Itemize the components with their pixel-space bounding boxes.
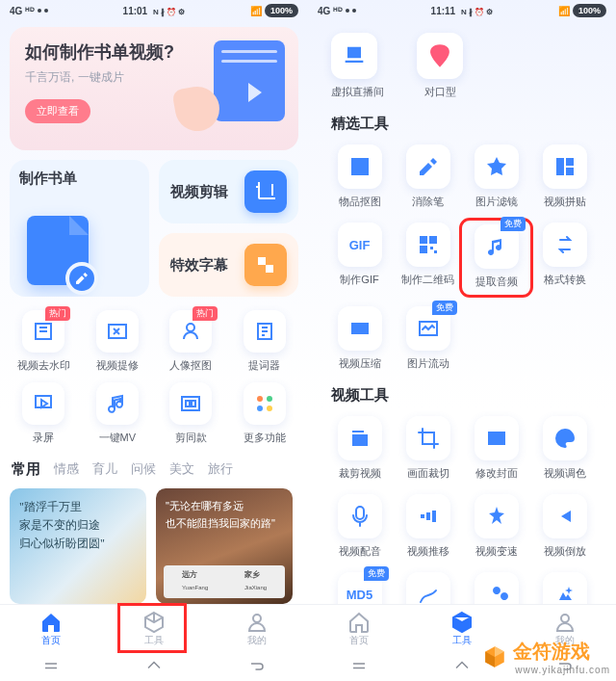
tool-item[interactable]: 格式转换 xyxy=(532,223,597,293)
feature-item[interactable]: 录屏 xyxy=(10,382,78,445)
tool-item[interactable]: 视频拼贴 xyxy=(532,144,597,209)
feature-item[interactable]: 剪同款 xyxy=(157,382,225,445)
tool-item[interactable]: 物品抠图 xyxy=(327,144,392,209)
nav-label: 首页 xyxy=(330,634,388,647)
tab-item[interactable]: 美文 xyxy=(169,460,194,479)
tool-item[interactable]: 制作二维码 xyxy=(396,223,460,293)
box-icon xyxy=(142,611,166,634)
selected-tools-grid: 物品抠图 消除笔 图片滤镜 视频拼贴 GIF 制作GIF 制作二维码 免费 提取… xyxy=(318,139,606,380)
tab-item[interactable]: 情感 xyxy=(54,460,79,479)
quote-line: "踏浮千万里 xyxy=(19,498,137,516)
tab-item[interactable]: 问候 xyxy=(131,460,156,479)
tool-item[interactable]: 免费 MD5 改MD5 xyxy=(327,572,392,604)
sys-recents-icon[interactable] xyxy=(42,658,60,675)
tool-icon xyxy=(406,144,450,189)
feature-icon xyxy=(244,382,286,425)
tool-icon xyxy=(338,416,382,460)
feature-item[interactable]: 提词器 xyxy=(231,310,299,373)
hero-banner[interactable]: 如何制作书单视频? 千言万语, 一键成片 立即查看 xyxy=(10,27,298,150)
quote-line: "无论在哪有多远 xyxy=(166,498,283,515)
feature-icon xyxy=(96,310,139,353)
feature-label: 人像抠图 xyxy=(157,358,225,373)
card-make-booklist[interactable]: 制作书单 xyxy=(10,160,149,297)
tool-label: 物品抠图 xyxy=(327,195,392,209)
nav-tools[interactable]: 工具 xyxy=(125,611,183,647)
nav-label: 工具 xyxy=(125,634,183,647)
card-title: 制作书单 xyxy=(19,170,140,188)
tool-item[interactable] xyxy=(532,572,597,604)
tool-item[interactable]: 消除笔 xyxy=(396,144,460,209)
sys-recents-icon[interactable] xyxy=(350,658,368,675)
sys-home-icon[interactable] xyxy=(145,658,163,675)
tool-label: 制作二维码 xyxy=(396,273,460,287)
template-card-b[interactable]: "无论在哪有多远 也不能阻挡我回家的路" 远方YuanFang 家乡JiaXia… xyxy=(156,488,293,604)
feature-item[interactable]: 更多功能 xyxy=(231,382,299,445)
tool-item[interactable]: 视频推移 xyxy=(396,494,460,559)
nav-label: 首页 xyxy=(22,634,80,647)
tool-item[interactable]: 视频配音 xyxy=(327,494,392,559)
watermark-brand: 金符游戏 xyxy=(513,641,590,662)
quote-line: 也不能阻挡我回家的路" xyxy=(166,515,283,533)
header-app[interactable]: 对口型 xyxy=(417,33,463,99)
card-video-edit[interactable]: 视频剪辑 xyxy=(159,160,298,223)
tool-item[interactable]: 图片滤镜 xyxy=(464,144,528,209)
app-icon xyxy=(331,33,377,79)
nav-me[interactable]: 我的 xyxy=(228,611,286,647)
tool-label: 画面裁切 xyxy=(396,466,460,481)
feature-item[interactable]: 视频提修 xyxy=(84,310,152,373)
tool-item[interactable]: 视频倒放 xyxy=(532,494,597,559)
user-icon xyxy=(245,611,269,634)
tool-icon xyxy=(475,494,519,538)
template-card-a[interactable]: "踏浮千万里 家是不变的归途 归心似祈盼团圆" xyxy=(10,488,146,604)
tool-item[interactable]: 画面裁切 xyxy=(396,416,460,481)
header-app[interactable]: 虚拟直播间 xyxy=(331,33,384,99)
hero-cta-button[interactable]: 立即查看 xyxy=(25,99,90,123)
feature-item[interactable]: 热门 视频去水印 xyxy=(10,310,78,373)
tool-label: 修改封面 xyxy=(464,466,528,481)
sys-back-icon[interactable] xyxy=(248,658,266,675)
tool-icon: GIF xyxy=(338,223,382,267)
tool-item[interactable]: 修改封面 xyxy=(464,416,528,481)
card-fx-subtitle[interactable]: 特效字幕 xyxy=(159,233,298,297)
nav-label: 我的 xyxy=(228,634,286,647)
battery-pill: 100% xyxy=(573,4,606,17)
translate-icon xyxy=(244,244,287,286)
svg-point-3 xyxy=(267,406,272,411)
feature-grid: 热门 视频去水印 视频提修 热门 人像抠图 提词器 录屏 一键MV 剪同款 更多… xyxy=(10,310,298,445)
tool-icon xyxy=(543,494,587,538)
status-icons: N ∦ ⏰ ⚙ xyxy=(461,8,493,16)
app-label: 虚拟直播间 xyxy=(331,85,384,99)
svg-point-0 xyxy=(257,396,263,402)
section-title-video: 视频工具 xyxy=(318,380,606,410)
quote-line: 归心似祈盼团圆" xyxy=(19,535,137,553)
feature-icon xyxy=(244,310,286,353)
tool-item[interactable]: 免费 图片流动 xyxy=(396,306,460,371)
feature-icon xyxy=(169,382,212,425)
feature-item[interactable]: 热门 人像抠图 xyxy=(157,310,225,373)
bottom-nav: 首页 工具 我的 xyxy=(0,604,308,652)
tool-item[interactable]: 裁剪视频 xyxy=(327,416,392,481)
tool-item[interactable]: 免费 提取音频 xyxy=(464,223,528,293)
nav-home[interactable]: 首页 xyxy=(330,611,388,647)
tab-item[interactable]: 旅行 xyxy=(208,460,233,479)
quote-line: 家是不变的归途 xyxy=(19,516,137,535)
tool-label: 视频调色 xyxy=(532,466,597,481)
free-tag: 免费 xyxy=(364,566,389,581)
feature-icon xyxy=(22,382,64,425)
tab-item[interactable]: 常用 xyxy=(12,460,40,479)
feature-item[interactable]: 一键MV xyxy=(84,382,152,445)
wifi-icon: 📶 xyxy=(558,6,570,16)
tool-item[interactable] xyxy=(464,572,528,604)
tool-label: 视频推移 xyxy=(396,544,460,559)
tool-item[interactable] xyxy=(396,572,460,604)
nav-home[interactable]: 首页 xyxy=(22,611,80,647)
tool-item[interactable]: 视频调色 xyxy=(532,416,597,481)
sys-home-icon[interactable] xyxy=(453,658,471,675)
tool-item[interactable]: GIF 制作GIF xyxy=(327,223,392,293)
tab-item[interactable]: 育儿 xyxy=(92,460,117,479)
tool-label: 提取音频 xyxy=(464,275,528,289)
tool-label: 消除笔 xyxy=(396,195,460,209)
tool-item[interactable]: 视频压缩 xyxy=(327,306,392,371)
hd-icon: ᴴᴰ xyxy=(25,6,35,16)
tool-item[interactable]: 视频变速 xyxy=(464,494,528,559)
